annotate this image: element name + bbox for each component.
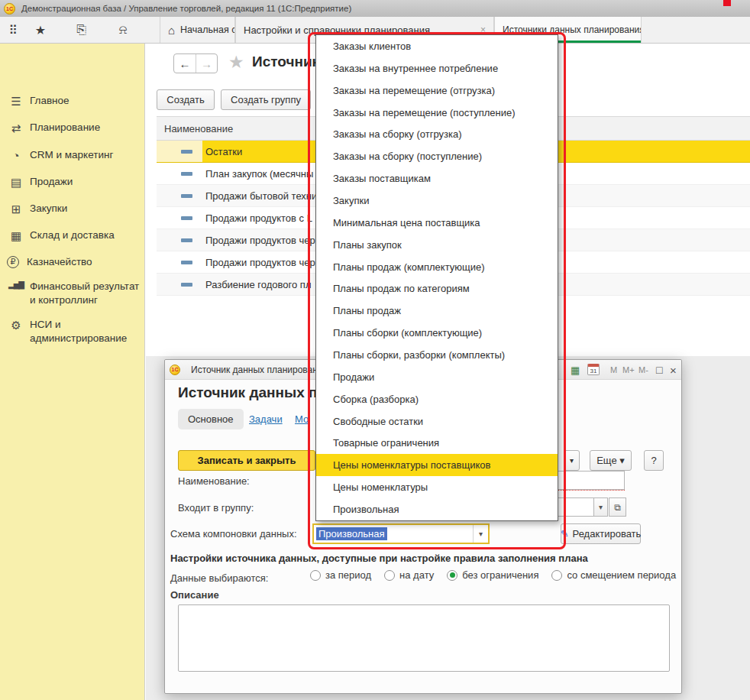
item-dash-icon — [181, 238, 192, 242]
dropdown-item[interactable]: Заказы на сборку (отгрузка) — [316, 123, 558, 145]
memory-minus-icon[interactable]: M- — [638, 362, 648, 378]
dropdown-item[interactable]: Цены номенклатуры — [316, 476, 558, 498]
save-and-close-button[interactable]: Записать и закрыть — [178, 450, 315, 471]
radio-za-period[interactable]: за период — [310, 569, 371, 581]
sidebar-item-label: CRM и маркетинг — [30, 148, 141, 162]
application-window: 1С Демонстрационная база / Управление то… — [0, 0, 750, 700]
sidebar-item-crm[interactable]: ◔ CRM и маркетинг — [0, 148, 145, 162]
dropdown-item[interactable]: Планы продаж — [316, 300, 558, 322]
dialog-tab-main[interactable]: Основное — [178, 409, 244, 429]
sidebar-item-sales[interactable]: ▤ Продажи — [0, 175, 145, 190]
data-select-label: Данные выбираются: — [170, 572, 268, 584]
memory-icon[interactable]: M — [610, 362, 617, 378]
item-dash-icon — [181, 194, 192, 198]
sidebar-item-nsi-administration[interactable]: ⚙ НСИ и администрирование — [0, 318, 145, 345]
dropdown-item[interactable]: Планы продаж по категориям — [316, 277, 558, 300]
briefcase-icon: ▤ — [7, 176, 25, 190]
memory-plus-icon[interactable]: M+ — [622, 362, 635, 378]
item-dash-icon — [181, 261, 192, 264]
dropdown-item[interactable]: Минимальная цена поставщика — [316, 212, 558, 234]
navigation-buttons: ← → — [173, 53, 218, 73]
dropdown-item[interactable]: Произвольная — [316, 498, 558, 520]
back-button[interactable]: ← — [174, 54, 196, 73]
dialog-title: Источник данных планировани — [191, 365, 323, 375]
section-sidebar: ☰ Главное ⇄ Планирование ◔ CRM и маркети… — [0, 44, 145, 700]
dropdown-item[interactable]: Заказы поставщикам — [316, 167, 558, 190]
tab-home-label: Начальная страница — [180, 24, 235, 35]
row-label: Разбиение годового пл — [205, 279, 312, 290]
forward-button[interactable]: → — [196, 54, 217, 73]
item-dash-icon — [181, 150, 192, 154]
group-open-icon[interactable]: ⧉ — [609, 497, 626, 517]
more-button[interactable]: Еще ▾ — [590, 450, 632, 471]
sidebar-item-purchases[interactable]: ⊞ Закупки — [0, 202, 145, 216]
window-titlebar: 1С Демонстрационная база / Управление то… — [0, 0, 750, 17]
pie-chart-icon: ◔ — [7, 149, 25, 162]
favorite-star-icon[interactable]: ★ — [228, 52, 244, 73]
dropdown-item[interactable]: Свободные остатки — [316, 410, 558, 433]
dropdown-item[interactable]: Закупки — [316, 190, 558, 212]
description-textarea[interactable] — [178, 604, 670, 672]
split-dropdown-button[interactable]: ▾ — [564, 450, 580, 471]
item-dash-icon — [181, 283, 192, 287]
dropdown-item[interactable]: Продажи — [316, 366, 558, 388]
dropdown-item[interactable]: Заказы на внутреннее потребление — [316, 57, 558, 79]
schema-combobox[interactable]: Произвольная ▾ — [312, 523, 490, 544]
create-group-button[interactable]: Создать группу — [221, 89, 311, 110]
sidebar-item-main[interactable]: ☰ Главное — [0, 94, 145, 109]
radio-so-smescheniem[interactable]: со смещением периода — [551, 569, 676, 581]
dcs-grid-icon[interactable]: ▦ — [571, 362, 580, 378]
sidebar-item-financial-result[interactable]: ▂▅▇ Финансовый результат и контроллинг — [0, 280, 145, 307]
calendar-icon[interactable]: 31 — [587, 364, 600, 375]
schema-select-arrow[interactable]: ▾ — [473, 525, 488, 543]
service-menu-icon[interactable]: ⠿ — [2, 17, 24, 43]
group-select-arrow[interactable]: ▾ — [593, 497, 608, 517]
dialog-tab-tasks[interactable]: Задачи — [249, 413, 283, 425]
tab-close-icon[interactable]: × — [474, 24, 486, 35]
row-label: Продажи продуктов с L — [205, 212, 312, 224]
create-button[interactable]: Создать — [157, 89, 215, 110]
favorites-icon[interactable]: ★ — [29, 17, 52, 43]
item-dash-icon — [181, 216, 192, 220]
dropdown-item[interactable]: Заказы на перемещение (поступление) — [316, 102, 558, 124]
item-dash-icon — [181, 172, 192, 176]
data-select-radio-group: за период на дату без ограничения со сме… — [310, 569, 676, 581]
sidebar-item-planning[interactable]: ⇄ Планирование — [0, 121, 145, 135]
dropdown-item[interactable]: Планы продаж (комплектующие) — [316, 256, 558, 278]
sidebar-item-label: НСИ и администрирование — [30, 318, 141, 345]
close-icon[interactable]: × — [670, 362, 677, 378]
sidebar-item-label: Планирование — [30, 121, 141, 134]
dialog-1c-icon: 1С — [170, 365, 180, 375]
ruble-icon: ₽ — [7, 256, 19, 268]
maximize-icon[interactable]: □ — [656, 362, 662, 378]
dropdown-item[interactable]: Заказы на перемещение (отгрузка) — [316, 79, 558, 102]
dropdown-item[interactable]: Планы закупок — [316, 234, 558, 256]
radio-circle — [551, 570, 562, 581]
history-icon[interactable]: ⎘ — [70, 17, 93, 43]
dialog-tab-my[interactable]: Мо — [295, 413, 309, 425]
dropdown-item[interactable]: Товарные ограничения — [316, 432, 558, 454]
dropdown-item[interactable]: Заказы на сборку (поступление) — [316, 145, 558, 167]
dropdown-item-highlighted[interactable]: Цены номенклатуры поставщиков — [316, 454, 558, 476]
radio-label: на дату — [399, 569, 434, 581]
radio-label: за период — [325, 569, 371, 581]
dropdown-item[interactable]: Заказы клиентов — [316, 35, 558, 57]
edit-schema-button[interactable]: ✎ Редактировать — [561, 523, 641, 544]
radio-na-datu[interactable]: на дату — [384, 569, 434, 581]
home-icon: ⌂ — [168, 24, 175, 37]
dropdown-item[interactable]: Сборка (разборка) — [316, 388, 558, 410]
gear-icon: ⚙ — [7, 319, 25, 332]
tab-home[interactable]: ⌂ Начальная страница — [160, 17, 235, 43]
recording-indicator — [723, 0, 731, 6]
dropdown-item[interactable]: Планы сборки (комплектующие) — [316, 322, 558, 344]
notifications-icon[interactable]: ⍾ — [112, 17, 134, 43]
dropdown-item[interactable]: Планы сборки, разборки (комплекты) — [316, 344, 558, 366]
radio-bez-ogranicheniya[interactable]: без ограничения — [447, 569, 538, 581]
planning-icon: ⇄ — [7, 122, 25, 135]
radio-label: без ограничения — [462, 569, 538, 581]
edit-button-label: Редактировать — [573, 528, 642, 540]
help-button[interactable]: ? — [644, 450, 664, 471]
sidebar-item-warehouse[interactable]: ▦ Склад и доставка — [0, 228, 145, 243]
sidebar-item-label: Финансовый результат и контроллинг — [30, 280, 141, 307]
sidebar-item-treasury[interactable]: ₽ Казначейство — [0, 255, 145, 269]
